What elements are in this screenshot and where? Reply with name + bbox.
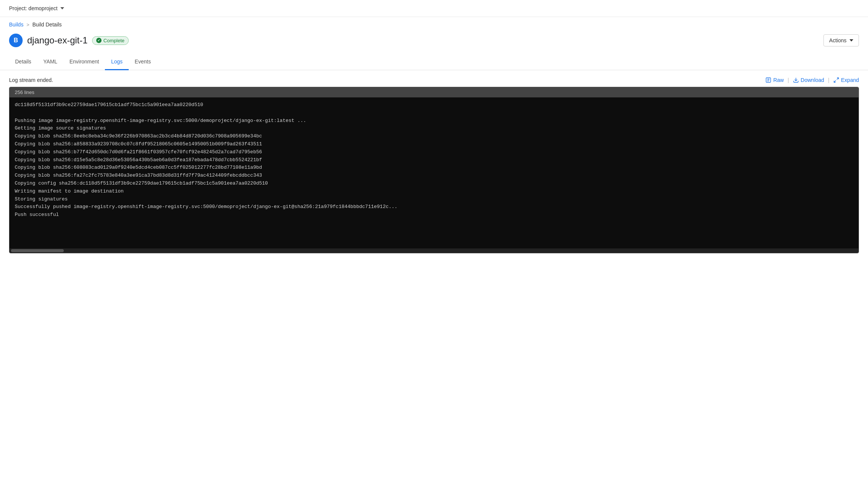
log-line: Push successful bbox=[15, 211, 853, 219]
svg-line-6 bbox=[834, 80, 836, 82]
build-icon: B bbox=[9, 34, 23, 47]
log-container: 256 lines dc118d5f5131df3b9ce22759dae179… bbox=[9, 87, 859, 253]
tab-yaml[interactable]: YAML bbox=[37, 54, 63, 70]
expand-icon bbox=[833, 77, 839, 83]
top-bar: Project: demoproject bbox=[0, 0, 868, 17]
actions-chevron-icon bbox=[850, 39, 853, 42]
log-line: Copying blob sha256:b77f42d650dc7d0d6fa2… bbox=[15, 148, 853, 156]
log-scrollbar[interactable] bbox=[9, 248, 859, 253]
tabs-nav: Details YAML Environment Logs Events bbox=[0, 54, 868, 70]
log-line: Writing manifest to image destination bbox=[15, 188, 853, 196]
status-check-icon bbox=[96, 38, 102, 43]
log-line: Copying blob sha256:a858833a9239708c0c07… bbox=[15, 140, 853, 148]
tab-logs[interactable]: Logs bbox=[105, 54, 128, 70]
log-line: Copying config sha256:dc118d5f5131df3b9c… bbox=[15, 180, 853, 188]
tab-details[interactable]: Details bbox=[9, 54, 37, 70]
project-label: Project: demoproject bbox=[9, 5, 57, 11]
download-icon bbox=[793, 77, 799, 83]
log-line: Copying blob sha256:fa27c2fc75783e840a3e… bbox=[15, 172, 853, 180]
breadcrumb: Builds > Build Details bbox=[0, 17, 868, 30]
log-lines-bar: 256 lines bbox=[9, 87, 859, 97]
log-line bbox=[15, 109, 853, 117]
log-actions: Raw | Download | Expand bbox=[765, 77, 859, 83]
breadcrumb-current: Build Details bbox=[32, 22, 62, 28]
log-content[interactable]: dc118d5f5131df3b9ce22759dae179615cb1adf7… bbox=[9, 97, 859, 248]
page-header: B django-ex-git-1 Complete Actions bbox=[0, 30, 868, 54]
page-title: django-ex-git-1 bbox=[27, 35, 88, 46]
page-header-left: B django-ex-git-1 Complete bbox=[9, 34, 129, 47]
log-line: Pushing image image-registry.openshift-i… bbox=[15, 117, 853, 125]
breadcrumb-builds-link[interactable]: Builds bbox=[9, 22, 23, 28]
tab-environment[interactable]: Environment bbox=[63, 54, 105, 70]
log-line: Copying blob sha256:8eebc8eba34c9e36f226… bbox=[15, 133, 853, 140]
project-chevron-icon bbox=[60, 7, 64, 9]
log-line: Getting image source signatures bbox=[15, 125, 853, 133]
log-header: Log stream ended. Raw | Download | Expan… bbox=[0, 70, 868, 87]
log-lines-count: 256 lines bbox=[15, 89, 34, 95]
actions-label: Actions bbox=[829, 37, 846, 43]
log-line: Copying blob sha256:d15e5a5c8e28d36e5305… bbox=[15, 156, 853, 164]
log-line: Copying blob sha256:608083cad0129a0f9240… bbox=[15, 164, 853, 172]
raw-link[interactable]: Raw bbox=[765, 77, 784, 83]
tab-events[interactable]: Events bbox=[129, 54, 157, 70]
svg-line-5 bbox=[837, 78, 839, 80]
log-status-text: Log stream ended. bbox=[9, 77, 53, 83]
status-label: Complete bbox=[103, 38, 125, 43]
project-selector[interactable]: Project: demoproject bbox=[9, 5, 64, 11]
sep-2: | bbox=[828, 77, 830, 83]
log-line: Successfully pushed image-registry.opens… bbox=[15, 203, 853, 211]
log-line: Storing signatures bbox=[15, 196, 853, 203]
actions-button[interactable]: Actions bbox=[823, 34, 859, 46]
expand-label: Expand bbox=[841, 77, 859, 83]
log-line: dc118d5f5131df3b9ce22759dae179615cb1adf7… bbox=[15, 101, 853, 109]
breadcrumb-separator: > bbox=[26, 22, 29, 28]
sep-1: | bbox=[788, 77, 789, 83]
download-link[interactable]: Download bbox=[793, 77, 824, 83]
status-badge: Complete bbox=[92, 36, 129, 45]
log-scrollbar-thumb bbox=[11, 249, 64, 252]
download-label: Download bbox=[801, 77, 824, 83]
raw-icon bbox=[765, 77, 771, 83]
expand-link[interactable]: Expand bbox=[833, 77, 859, 83]
raw-label: Raw bbox=[773, 77, 784, 83]
